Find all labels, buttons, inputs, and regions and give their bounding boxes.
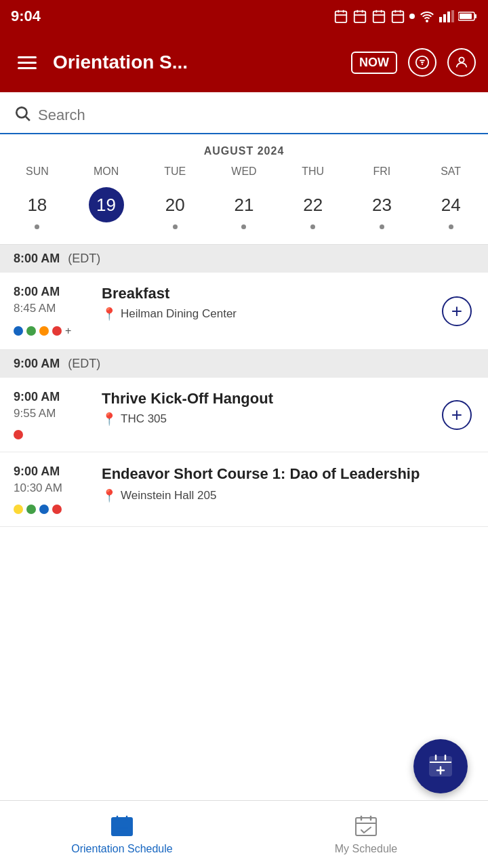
event-category-dots (14, 430, 88, 439)
calendar-icon-3 (371, 9, 386, 24)
filter-button[interactable] (408, 48, 436, 77)
svg-rect-0 (336, 12, 347, 22)
search-icon (14, 104, 31, 126)
calendar-date-22[interactable]: 22 (279, 183, 348, 233)
event-breakfast: 8:00 AM 8:45 AM + Breakfast 📍 Heilman Di… (0, 273, 488, 350)
event-endeavor: 9:00 AM 10:30 AM Endeavor Short Course 1… (0, 452, 488, 527)
event-title: Thrive Kick-Off Hangout (102, 390, 426, 408)
calendar-date-20[interactable]: 20 (140, 183, 209, 233)
svg-point-27 (459, 58, 464, 62)
calendar-section: AUGUST 2024 SUN MON TUE WED THU FRI SAT … (0, 134, 488, 245)
svg-point-28 (16, 107, 26, 117)
fab-button[interactable] (413, 739, 468, 793)
my-schedule-icon (354, 814, 378, 839)
day-fri: FRI (348, 165, 417, 178)
bottom-navigation: Orientation Schedule My Schedule (0, 800, 488, 868)
event-time-col: 8:00 AM 8:45 AM + (14, 285, 88, 337)
profile-icon (454, 55, 469, 70)
svg-rect-22 (460, 14, 472, 19)
calendar-days-header: SUN MON TUE WED THU FRI SAT (0, 165, 488, 178)
nav-my-schedule[interactable]: My Schedule (244, 801, 488, 868)
calendar-date-19[interactable]: 19 (72, 183, 141, 233)
svg-line-29 (26, 117, 30, 121)
calendar-date-24[interactable]: 24 (416, 183, 485, 233)
svg-rect-4 (354, 12, 366, 22)
day-sat: SAT (416, 165, 485, 178)
search-input[interactable] (38, 106, 474, 124)
day-wed: WED (209, 165, 279, 178)
svg-rect-12 (392, 12, 404, 22)
fab-icon (427, 753, 454, 780)
now-button[interactable]: NOW (351, 52, 397, 74)
location-pin-icon: 📍 (102, 412, 117, 427)
nav-orientation-label: Orientation Schedule (71, 843, 172, 855)
svg-rect-36 (112, 818, 132, 835)
day-thu: THU (279, 165, 348, 178)
svg-rect-19 (451, 10, 454, 22)
event-time-col: 9:00 AM 9:55 AM (14, 390, 88, 439)
status-icons (333, 9, 477, 24)
svg-rect-18 (447, 12, 450, 22)
filter-icon (415, 55, 430, 70)
header-title: Orientation S... (53, 52, 340, 73)
event-title: Breakfast (102, 285, 426, 302)
menu-button[interactable] (12, 51, 42, 75)
day-mon: MON (72, 165, 141, 178)
event-title: Endeavor Short Course 1: Dao of Leadersh… (102, 465, 474, 484)
status-time: 9:04 (11, 7, 41, 25)
location-pin-icon: 📍 (102, 488, 117, 503)
event-time-col: 9:00 AM 10:30 AM (14, 465, 88, 514)
svg-rect-8 (373, 12, 385, 22)
calendar-month: AUGUST 2024 (0, 145, 488, 157)
calendar-dates: 18 19 20 21 22 23 24 (0, 183, 488, 244)
notification-dot (409, 14, 415, 19)
calendar-date-18[interactable]: 18 (3, 183, 72, 233)
orientation-schedule-icon (110, 814, 134, 839)
event-details: Thrive Kick-Off Hangout 📍 THC 305 (102, 390, 426, 427)
event-category-dots: + (14, 325, 88, 337)
profile-button[interactable] (447, 48, 476, 77)
add-event-button[interactable]: + (439, 397, 474, 433)
nav-orientation-schedule[interactable]: Orientation Schedule (0, 801, 244, 868)
time-section-9am: 9:00 AM (EDT) (0, 350, 488, 378)
calendar-icon-2 (352, 9, 367, 24)
location-pin-icon: 📍 (102, 307, 117, 321)
calendar-icon-4 (390, 9, 405, 24)
svg-rect-17 (443, 14, 446, 22)
app-header: Orientation S... NOW (0, 33, 488, 92)
day-tue: TUE (140, 165, 209, 178)
status-bar: 9:04 (0, 0, 488, 33)
signal-icon (439, 10, 454, 22)
calendar-date-21[interactable]: 21 (209, 183, 279, 233)
calendar-icon-1 (333, 9, 348, 24)
battery-icon (458, 11, 477, 22)
event-category-dots (14, 505, 88, 514)
nav-my-schedule-label: My Schedule (335, 843, 398, 855)
event-details: Endeavor Short Course 1: Dao of Leadersh… (102, 465, 474, 503)
event-location: 📍 Heilman Dining Center (102, 307, 426, 321)
event-location: 📍 THC 305 (102, 412, 426, 427)
wifi-icon (419, 10, 435, 22)
day-sun: SUN (3, 165, 72, 178)
event-location: 📍 Weinstein Hall 205 (102, 488, 474, 503)
event-details: Breakfast 📍 Heilman Dining Center (102, 285, 426, 321)
event-thrive: 9:00 AM 9:55 AM Thrive Kick-Off Hangout … (0, 378, 488, 452)
svg-rect-16 (439, 17, 442, 22)
svg-rect-42 (356, 818, 376, 835)
search-container (0, 92, 488, 134)
time-section-8am: 8:00 AM (EDT) (0, 245, 488, 273)
add-event-button[interactable]: + (439, 294, 474, 329)
svg-rect-21 (474, 14, 476, 18)
calendar-date-23[interactable]: 23 (348, 183, 417, 233)
